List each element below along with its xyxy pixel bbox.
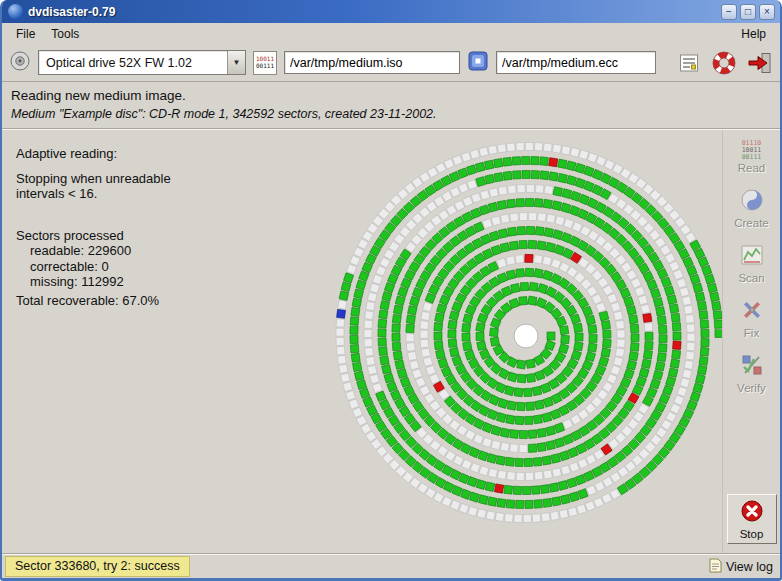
create-button-label: Create xyxy=(734,217,769,229)
read-button[interactable]: 01110 10011 00111 Read xyxy=(726,136,778,177)
sectors-missing: missing: 112992 xyxy=(16,274,171,290)
toolbar: Optical drive 52X FW 1.02 ▼ 10011 00111 xyxy=(2,44,780,82)
read-icon: 01110 10011 00111 xyxy=(742,140,762,161)
action-sidebar: 01110 10011 00111 Read Create xyxy=(722,130,780,553)
medium-info-line: Medium "Example disc": CD-R mode 1, 3425… xyxy=(11,107,771,121)
work-area: Adaptive reading: Stopping when unreadab… xyxy=(2,130,722,553)
drive-select[interactable]: Optical drive 52X FW 1.02 ▼ xyxy=(38,50,246,75)
status-line-primary: Reading new medium image. xyxy=(11,88,771,103)
view-log-label: View log xyxy=(726,560,773,574)
stopping-condition-line1: Stopping when unreadable xyxy=(16,171,171,187)
sectors-correctable: correctable: 0 xyxy=(16,259,171,275)
titlebar: dvdisaster-0.79 − □ × xyxy=(2,0,780,23)
statusbar: Sector 333680, try 2: success View log xyxy=(2,554,780,578)
scan-button[interactable]: Scan xyxy=(726,239,778,287)
image-file-icon: 10011 00111 xyxy=(253,51,277,75)
scan-icon xyxy=(740,243,764,271)
drive-icon xyxy=(9,50,31,76)
status-message: Sector 333680, try 2: success xyxy=(5,556,190,577)
stopping-condition-line2: intervals < 16. xyxy=(16,186,171,202)
stop-button[interactable]: Stop xyxy=(727,494,777,544)
fix-icon xyxy=(740,298,764,326)
verify-icon xyxy=(740,353,764,381)
ecc-file-input[interactable] xyxy=(496,51,656,74)
read-button-label: Read xyxy=(738,162,766,174)
menu-file[interactable]: File xyxy=(10,26,41,42)
view-log-button[interactable]: View log xyxy=(709,558,773,576)
image-file-input[interactable] xyxy=(284,51,460,74)
ecc-file-icon xyxy=(467,50,489,76)
reading-info-panel: Adaptive reading: Stopping when unreadab… xyxy=(16,146,171,308)
menubar: File Tools Help xyxy=(2,23,780,44)
app-icon xyxy=(8,4,23,19)
sectors-readable: readable: 229600 xyxy=(16,243,171,259)
stop-icon xyxy=(740,499,764,527)
fix-button-label: Fix xyxy=(744,327,759,339)
close-icon[interactable]: × xyxy=(759,4,775,20)
sectors-processed-title: Sectors processed xyxy=(16,228,171,244)
main-area: Adaptive reading: Stopping when unreadab… xyxy=(2,129,780,554)
drive-select-value: Optical drive 52X FW 1.02 xyxy=(39,51,227,74)
menu-tools[interactable]: Tools xyxy=(45,26,85,42)
help-lifebelt-icon[interactable] xyxy=(710,49,738,77)
menu-help[interactable]: Help xyxy=(735,26,772,42)
create-button[interactable]: Create xyxy=(726,184,778,232)
total-recoverable: Total recoverable: 67.0% xyxy=(16,293,171,309)
maximize-icon[interactable]: □ xyxy=(740,4,756,20)
window-controls: − □ × xyxy=(721,4,775,20)
adaptive-reading-title: Adaptive reading: xyxy=(16,146,171,162)
preferences-icon[interactable] xyxy=(675,49,703,77)
verify-button-label: Verify xyxy=(737,382,766,394)
dvdisaster-window: dvdisaster-0.79 − □ × File Tools Help Op… xyxy=(0,0,782,581)
fix-button[interactable]: Fix xyxy=(726,294,778,342)
verify-button[interactable]: Verify xyxy=(726,349,778,397)
quit-icon[interactable] xyxy=(745,49,773,77)
scan-button-label: Scan xyxy=(738,272,764,284)
window-title: dvdisaster-0.79 xyxy=(28,5,115,19)
log-icon xyxy=(709,558,722,576)
stop-button-label: Stop xyxy=(740,528,764,540)
create-icon xyxy=(740,188,764,216)
chevron-down-icon[interactable]: ▼ xyxy=(227,51,245,74)
minimize-icon[interactable]: − xyxy=(721,4,737,20)
status-heading: Reading new medium image. Medium "Exampl… xyxy=(2,82,780,129)
